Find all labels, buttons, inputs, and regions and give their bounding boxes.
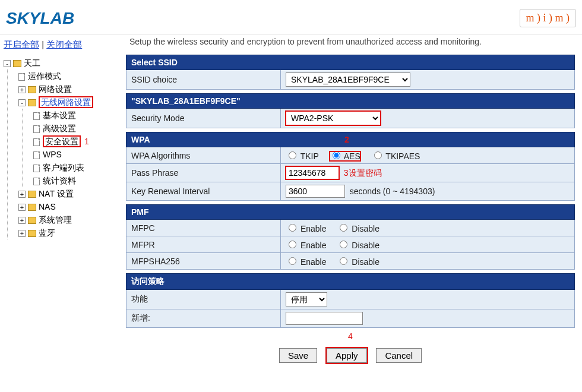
tree-bt[interactable]: +蓝牙	[18, 226, 115, 239]
mfpsha-enable[interactable]: Enable	[286, 257, 326, 267]
mfpr-disable[interactable]: Disable	[337, 241, 379, 250]
passphrase-label: Pass Phrase	[126, 164, 281, 182]
mfpsha-disable[interactable]: Disable	[337, 257, 379, 267]
ssid-section-table: "SKYLAB_28A1EBF9F9CE" Security Mode WPA2…	[126, 93, 575, 128]
func-select[interactable]: 停用	[286, 292, 327, 306]
alg-tkip-radio[interactable]	[289, 151, 296, 159]
main-panel: Setup the wireless security and encrypti…	[119, 34, 582, 372]
wpa-alg-label: WPA Algorithms	[126, 147, 281, 164]
tree-opmode[interactable]: 运作模式	[18, 69, 115, 83]
tree-root-label: 天工	[24, 58, 40, 68]
ssid-choice-select[interactable]: SKYLAB_28A1EBF9F9CE	[286, 72, 410, 87]
passphrase-input[interactable]	[286, 166, 339, 179]
sidebar: 开启全部 | 关闭全部 -天工 运作模式 +网络设置 -无线网路设置 基本设置 …	[0, 34, 119, 372]
select-ssid-header: Select SSID	[126, 55, 575, 70]
select-ssid-table: Select SSID SSID choice SKYLAB_28A1EBF9F…	[126, 55, 575, 90]
alg-tkipaes[interactable]: TKIPAES	[371, 151, 420, 161]
tree-root[interactable]: -天工 运作模式 +网络设置 -无线网路设置 基本设置 高级设置 安全设置1 W…	[4, 56, 115, 239]
annotation-3: 3设置密码	[344, 168, 382, 178]
mfpr-label: MFPR	[126, 236, 281, 253]
open-all-link[interactable]: 开启全部	[4, 39, 39, 49]
cancel-button[interactable]: Cancel	[376, 348, 422, 363]
add-label: 新增:	[126, 309, 281, 328]
annotation-4: 4	[126, 331, 575, 341]
mfpc-disable[interactable]: Disable	[337, 224, 379, 233]
brand-logo: SKYLAB	[6, 9, 74, 28]
intro-text: Setup the wireless security and encrypti…	[129, 37, 575, 46]
close-all-link[interactable]: 关闭全部	[46, 39, 82, 49]
mfpr-enable[interactable]: Enable	[286, 241, 326, 250]
button-row: Save Apply Cancel	[126, 348, 575, 363]
tree-security[interactable]: 安全设置1	[33, 135, 115, 148]
tree-stats[interactable]: 统计资料	[33, 174, 115, 187]
ssid-quoted-header: "SKYLAB_28A1EBF9F9CE"	[126, 94, 575, 109]
apply-button[interactable]: Apply	[327, 348, 367, 363]
mfpc-enable[interactable]: Enable	[286, 224, 326, 233]
mfpc-label: MFPC	[126, 220, 281, 236]
pmf-table: PMF MFPC Enable Disable MFPR Enable Disa…	[126, 204, 575, 270]
tree-advanced[interactable]: 高级设置	[33, 122, 115, 135]
alg-aes-radio[interactable]	[333, 151, 340, 159]
annotation-2: 2	[344, 135, 349, 144]
tree-wps[interactable]: WPS	[33, 148, 115, 161]
header-bar: SKYLAB m ) i ) m )	[0, 0, 582, 34]
add-input[interactable]	[286, 312, 363, 325]
kri-input[interactable]	[286, 185, 345, 198]
annotation-1: 1	[84, 137, 89, 146]
pmf-header: PMF	[126, 205, 575, 220]
mfpsha-label: MFPSHA256	[126, 253, 281, 270]
kri-label: Key Renewal Interval	[126, 182, 281, 201]
alg-aes[interactable]: AES	[330, 151, 360, 161]
tree-basic[interactable]: 基本设置	[33, 109, 115, 122]
ssid-choice-label: SSID choice	[126, 70, 281, 90]
tree-sysmgmt[interactable]: +系统管理	[18, 213, 115, 226]
security-mode-label: Security Mode	[126, 109, 281, 128]
tree-nat[interactable]: +NAT 设置	[18, 187, 115, 200]
tree-netset[interactable]: +网络设置	[18, 83, 115, 96]
save-button[interactable]: Save	[279, 348, 317, 363]
tree-wireless[interactable]: -无线网路设置 基本设置 高级设置 安全设置1 WPS 客户端列表 统计资料	[18, 96, 115, 187]
alg-tkipaes-radio[interactable]	[374, 151, 382, 159]
wpa-header: WPA 2	[126, 132, 575, 147]
access-header: 访问策略	[126, 274, 575, 290]
tree-clients[interactable]: 客户端列表	[33, 161, 115, 174]
nav-tree: -天工 运作模式 +网络设置 -无线网路设置 基本设置 高级设置 安全设置1 W…	[4, 56, 115, 239]
access-policy-table: 访问策略 功能 停用 新增:	[126, 273, 575, 328]
alg-tkip[interactable]: TKIP	[286, 151, 319, 161]
tree-nas[interactable]: +NAS	[18, 200, 115, 213]
tree-toggle: 开启全部 | 关闭全部	[4, 39, 115, 50]
kri-unit: seconds (0 ~ 4194303)	[350, 186, 435, 196]
wpa-table: WPA 2 WPA Algorithms TKIP AES TKIPAES Pa…	[126, 132, 575, 201]
security-mode-select[interactable]: WPA2-PSK	[286, 111, 381, 125]
mimo-badge: m ) i ) m )	[520, 9, 577, 27]
func-label: 功能	[126, 290, 281, 309]
